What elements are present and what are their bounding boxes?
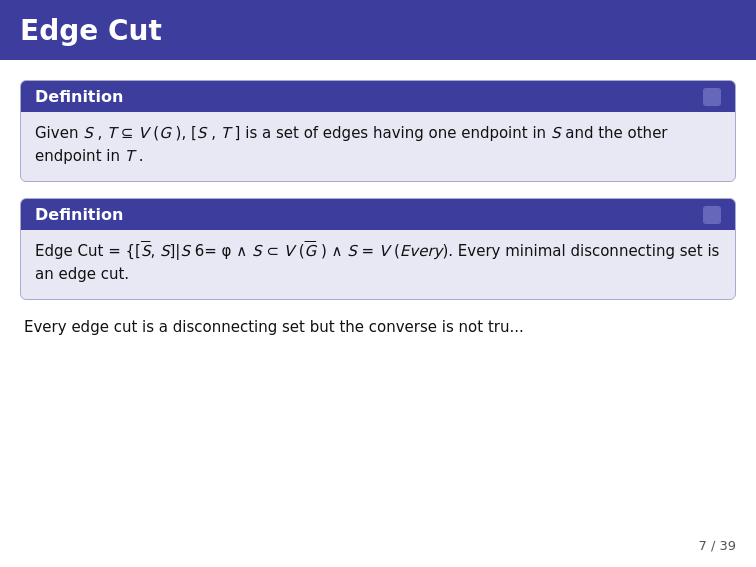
definition-label-1: Definition (35, 87, 123, 106)
slide-title: Edge Cut (20, 14, 162, 47)
definition-label-2: Definition (35, 205, 123, 224)
definition-body-1: Given S , T ⊆ V (G ), [S , T ] is a set … (21, 112, 735, 181)
definition-icon-2 (703, 206, 721, 224)
definition-icon-1 (703, 88, 721, 106)
definition-header-1: Definition (21, 81, 735, 112)
slide-header: Edge Cut (0, 0, 756, 60)
definition-box-1: Definition Given S , T ⊆ V (G ), [S , T … (20, 80, 736, 182)
definition-box-2: Definition Edge Cut = {[S, S]|S 6= φ ∧ S… (20, 198, 736, 300)
definition-body-2: Edge Cut = {[S, S]|S 6= φ ∧ S ⊂ V (G ) ∧… (21, 230, 735, 299)
bottom-text: Every edge cut is a disconnecting set bu… (20, 316, 736, 339)
main-content: Definition Given S , T ⊆ V (G ), [S , T … (0, 60, 756, 359)
page-number: 7 / 39 (699, 538, 736, 553)
definition-header-2: Definition (21, 199, 735, 230)
